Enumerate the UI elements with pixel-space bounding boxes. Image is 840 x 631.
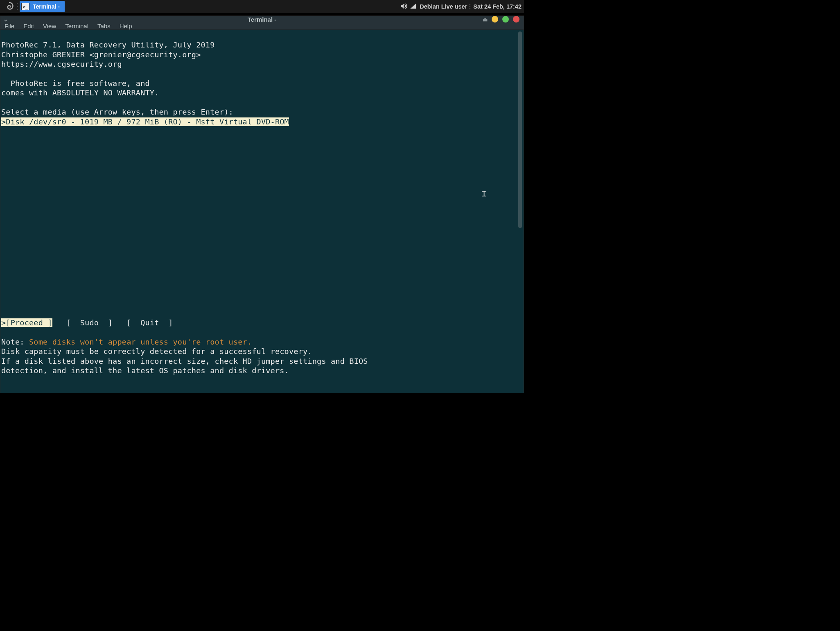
terminal-line: PhotoRec 7.1, Data Recovery Utility, Jul…: [1, 41, 215, 49]
chevron-down-icon[interactable]: ⌄: [0, 16, 9, 23]
titlebar[interactable]: ⌄ Terminal - ⏏: [0, 16, 524, 23]
debian-logo-icon[interactable]: [3, 1, 15, 12]
eject-icon[interactable]: ⏏: [483, 16, 488, 23]
panel-separator-icon: [470, 3, 471, 10]
terminal-line: Disk capacity must be correctly detected…: [1, 347, 312, 356]
panel-tray: Debian Live user Sat 24 Feb, 17:42: [400, 2, 524, 11]
option-proceed[interactable]: >[Proceed ]: [1, 318, 52, 327]
option-sudo[interactable]: [ Sudo ]: [66, 318, 113, 327]
window-title: Terminal -: [248, 16, 277, 23]
terminal-line: If a disk listed above has an incorrect …: [1, 357, 368, 365]
terminal-line: detection, and install the latest OS pat…: [1, 366, 289, 375]
terminal-line: Christophe GRENIER <grenier@cgsecurity.o…: [1, 50, 201, 59]
terminal-body[interactable]: PhotoRec 7.1, Data Recovery Utility, Jul…: [0, 30, 524, 393]
panel-datetime[interactable]: Sat 24 Feb, 17:42: [473, 3, 522, 10]
terminal-line: PhotoRec is free software, and: [1, 79, 150, 88]
panel-separator-icon: [16, 2, 18, 11]
taskbar-label: Terminal -: [33, 3, 60, 10]
note-label: Note:: [1, 338, 29, 346]
maximize-button[interactable]: [502, 16, 509, 23]
selected-disk-row[interactable]: >Disk /dev/sr0 - 1019 MB / 972 MiB (RO) …: [1, 117, 289, 126]
volume-icon[interactable]: [400, 2, 407, 11]
panel-user-label[interactable]: Debian Live user: [420, 3, 467, 10]
terminal-line: https://www.cgsecurity.org: [1, 60, 122, 68]
terminal-line: Select a media (use Arrow keys, then pre…: [1, 108, 233, 116]
scrollbar[interactable]: [518, 32, 522, 228]
terminal-icon: >_: [21, 3, 29, 10]
menubar: File Edit View Terminal Tabs Help: [0, 23, 524, 30]
text-cursor-icon: Ꮖ: [482, 189, 486, 198]
note-warning: Some disks won't appear unless you're ro…: [29, 338, 252, 346]
menu-tabs[interactable]: Tabs: [97, 23, 111, 29]
terminal-line: comes with ABSOLUTELY NO WARRANTY.: [1, 88, 159, 97]
network-icon[interactable]: [410, 2, 417, 11]
menu-terminal[interactable]: Terminal: [65, 23, 88, 29]
taskbar-terminal-button[interactable]: >_ Terminal -: [20, 1, 65, 12]
menu-file[interactable]: File: [5, 23, 14, 29]
top-panel: >_ Terminal - Debian Live user Sat 24 Fe…: [0, 0, 524, 13]
menu-view[interactable]: View: [43, 23, 56, 29]
terminal-window: ⌄ Terminal - ⏏ File Edit View Terminal T…: [0, 16, 524, 393]
menu-edit[interactable]: Edit: [23, 23, 34, 29]
minimize-button[interactable]: [492, 16, 498, 23]
close-button[interactable]: [513, 16, 519, 23]
menu-help[interactable]: Help: [120, 23, 132, 29]
option-quit[interactable]: [ Quit ]: [126, 318, 173, 327]
